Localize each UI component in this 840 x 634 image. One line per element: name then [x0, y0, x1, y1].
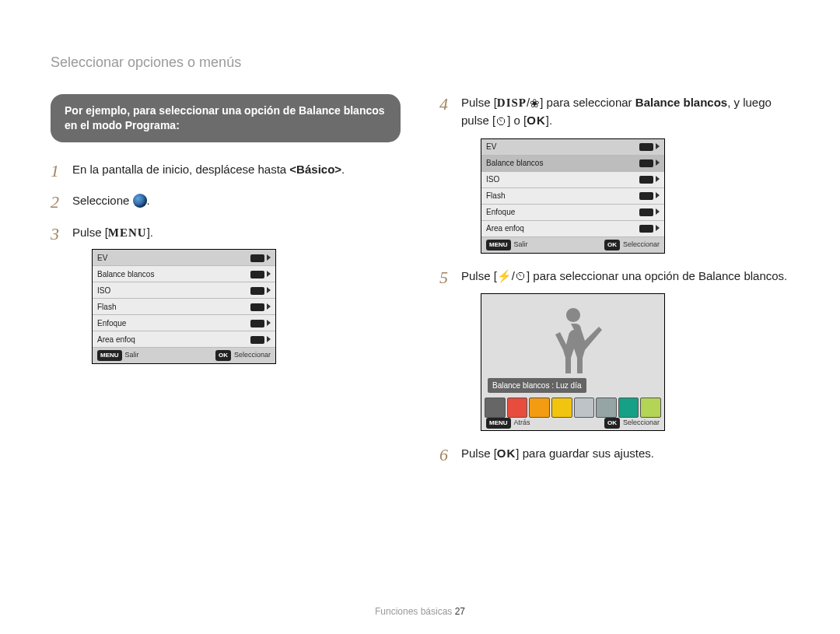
menu-row-value-icon	[250, 254, 264, 262]
chevron-right-icon	[267, 287, 271, 293]
menu-screen-footer: MENUSalirOKSeleccionar	[93, 348, 275, 363]
step-text: ] para seleccionar una opción de Balance…	[527, 269, 787, 282]
ok-button-glyph: OK	[497, 447, 516, 460]
column-layout: Por ejemplo, para seleccionar una opción…	[51, 94, 789, 476]
right-column: Pulse [DISP/❀] para seleccionar Balance …	[439, 94, 789, 476]
menu-badge-icon: MENU	[486, 240, 511, 250]
chevron-right-icon	[267, 271, 271, 277]
macro-flower-icon: ❀	[530, 95, 540, 113]
step-text: ] para seleccionar	[540, 96, 635, 109]
menu-row-right	[250, 285, 271, 296]
steps-left: En la pantalla de inicio, desplácese has…	[51, 161, 401, 365]
step-text: ].	[546, 114, 552, 127]
step-text: .	[341, 163, 345, 176]
menu-row: ISO	[481, 172, 664, 188]
menu-row: Flash	[93, 299, 275, 315]
wb-swatch-strip	[485, 398, 661, 418]
wb-swatch	[485, 398, 506, 418]
menu-badge-icon: MENU	[486, 418, 511, 429]
flash-icon: ⚡	[497, 268, 512, 285]
footer-left: MENUAtrás	[486, 418, 530, 429]
chevron-right-icon	[656, 192, 660, 198]
menu-row-right	[250, 317, 271, 329]
wb-swatch	[618, 398, 639, 418]
menu-row-label: Balance blancos	[486, 157, 543, 169]
step-text: Pulse [	[461, 447, 497, 460]
chevron-right-icon	[267, 320, 271, 326]
step-6: Pulse [OK] para guardar sus ajustes.	[439, 445, 789, 463]
menu-row-value-icon	[250, 336, 264, 344]
step-bold: Balance blancos	[635, 96, 727, 109]
menu-row-value-icon	[639, 159, 653, 167]
chevron-right-icon	[267, 303, 271, 310]
menu-row-label: EV	[97, 252, 107, 264]
step-1: En la pantalla de inicio, desplácese has…	[51, 161, 401, 179]
menu-row-label: Flash	[97, 301, 116, 313]
white-balance-screenshot: Balance blancos : Luz día MENUAtrás OKSe…	[481, 293, 665, 431]
menu-row-label: Area enfoq	[486, 222, 524, 234]
chevron-right-icon	[656, 143, 660, 149]
footer-right: OKSeleccionar	[215, 350, 271, 361]
wb-swatch	[551, 398, 572, 418]
step-text: .	[147, 194, 150, 207]
chevron-right-icon	[267, 336, 271, 342]
timer-icon: ⏲	[495, 113, 507, 131]
menu-row-value-icon	[639, 192, 653, 200]
step-text: En la pantalla de inicio, desplácese has…	[72, 163, 289, 176]
step-text: Pulse [	[461, 269, 497, 282]
step-4: Pulse [DISP/❀] para seleccionar Balance …	[439, 94, 789, 254]
step-text: ].	[147, 226, 153, 239]
menu-row: Balance blancos	[481, 156, 664, 172]
menu-row-value-icon	[250, 287, 264, 295]
menu-row-label: ISO	[97, 285, 110, 296]
menu-row-right	[250, 268, 271, 280]
chevron-right-icon	[656, 225, 660, 231]
menu-row-label: Area enfoq	[97, 334, 135, 345]
menu-screenshot: EVBalance blancosISOFlashEnfoqueArea enf…	[92, 249, 276, 364]
manual-page: Seleccionar opciones o menús Por ejemplo…	[0, 0, 840, 634]
program-mode-icon	[133, 194, 147, 208]
menu-row-right	[639, 157, 660, 169]
menu-row: Balance blancos	[93, 266, 275, 282]
menu-row: EV	[481, 139, 664, 156]
menu-row: Enfoque	[93, 315, 275, 331]
menu-row-label: Enfoque	[97, 317, 126, 329]
menu-row: Flash	[481, 188, 664, 205]
menu-row-label: Balance blancos	[97, 268, 154, 280]
step-text: Pulse [	[461, 96, 497, 109]
step-text: Pulse [	[72, 226, 108, 239]
wb-swatch	[596, 398, 617, 418]
menu-row-right	[250, 334, 271, 345]
timer-icon: ⏲	[515, 268, 527, 285]
menu-row-value-icon	[250, 271, 264, 278]
footer-left: MENUSalir	[97, 350, 139, 361]
footer-section: Funciones básicas	[375, 606, 452, 617]
page-footer: Funciones básicas 27	[0, 606, 840, 617]
steps-right: Pulse [DISP/❀] para seleccionar Balance …	[439, 94, 789, 462]
menu-row-value-icon	[250, 303, 264, 311]
step-bold: <Básico>	[289, 163, 341, 176]
chevron-right-icon	[267, 254, 271, 261]
menu-row: Area enfoq	[481, 221, 664, 237]
step-5: Pulse [⚡/⏲] para seleccionar una opción …	[439, 268, 789, 431]
chevron-right-icon	[656, 159, 660, 166]
menu-row: Enfoque	[481, 205, 664, 221]
menu-row-value-icon	[639, 143, 653, 151]
menu-row-right	[639, 173, 660, 185]
wb-overlay-label: Balance blancos : Luz día	[488, 378, 586, 393]
footer-right: OKSeleccionar	[604, 240, 660, 250]
ok-badge-icon: OK	[215, 350, 231, 361]
menu-row: ISO	[93, 282, 275, 299]
menu-row: EV	[93, 250, 275, 266]
footer-right-label: Seleccionar	[623, 419, 660, 426]
menu-row-value-icon	[639, 208, 653, 216]
menu-row-label: ISO	[486, 173, 499, 185]
menu-row-right	[250, 252, 271, 264]
wb-swatch	[640, 398, 661, 418]
wb-swatch	[574, 398, 595, 418]
menu-row-value-icon	[250, 320, 264, 328]
menu-row-right	[639, 222, 660, 234]
ok-badge-icon: OK	[604, 418, 620, 429]
wb-swatch	[507, 398, 528, 418]
step-text: ] para guardar sus ajustes.	[516, 447, 654, 460]
